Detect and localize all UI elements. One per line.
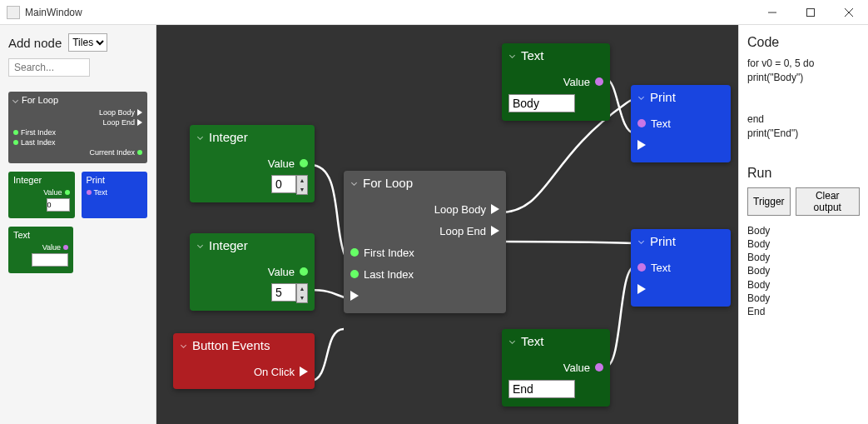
code-display: for v0 = 0, 5 do print("Body") end print… <box>747 57 860 141</box>
chevron-down-icon <box>638 238 644 244</box>
exec-out-port[interactable] <box>300 367 308 377</box>
chevron-down-icon <box>509 338 515 344</box>
output-port[interactable] <box>300 159 308 167</box>
spinner-down[interactable]: ▼ <box>297 185 307 194</box>
port-icon <box>87 190 92 195</box>
close-button[interactable] <box>830 0 868 25</box>
output-line: Body <box>747 264 860 277</box>
add-node-heading: Add node <box>8 36 62 50</box>
exec-in-port[interactable] <box>350 291 359 301</box>
chevron-down-icon <box>638 94 644 100</box>
input-port[interactable] <box>637 263 646 272</box>
exec-out-port[interactable] <box>491 226 499 236</box>
node-button-events[interactable]: Button Events On Click <box>173 333 315 389</box>
node-palette: For Loop Loop Body Loop End First Index … <box>8 92 147 416</box>
exec-out-port[interactable] <box>491 204 499 214</box>
palette-integer[interactable]: Integer Value <box>8 172 75 218</box>
output-port[interactable] <box>595 363 603 372</box>
node-text-end[interactable]: Text Value <box>502 329 610 407</box>
chevron-down-icon <box>197 242 203 248</box>
exec-in-port[interactable] <box>637 140 646 150</box>
text-preview-input[interactable] <box>32 253 68 267</box>
maximize-button[interactable] <box>791 0 830 25</box>
port-icon <box>137 119 142 126</box>
canvas[interactable]: Integer Value ▲▼ Integer Value ▲▼ Button… <box>156 25 738 424</box>
window-titlebar: MainWindow <box>0 0 868 25</box>
port-icon <box>65 190 70 195</box>
app-icon <box>7 6 20 19</box>
output-port[interactable] <box>595 77 603 86</box>
port-icon <box>13 130 18 135</box>
port-icon <box>63 245 68 250</box>
output-line: Body <box>747 292 860 305</box>
node-for-loop[interactable]: For Loop Loop Body Loop End First Index … <box>344 171 506 313</box>
output-line: End <box>747 305 860 318</box>
output-line: Body <box>747 251 860 264</box>
code-heading: Code <box>747 35 860 50</box>
spinner-down[interactable]: ▼ <box>297 293 307 302</box>
input-port[interactable] <box>637 119 646 127</box>
trigger-button[interactable]: Trigger <box>747 187 791 216</box>
port-icon <box>137 150 142 155</box>
run-heading: Run <box>747 166 860 181</box>
search-input[interactable] <box>8 58 90 77</box>
node-print-1[interactable]: Print Text <box>631 85 731 162</box>
chevron-down-icon <box>12 97 18 102</box>
node-integer-1[interactable]: Integer Value ▲▼ <box>190 125 315 202</box>
node-print-2[interactable]: Print Text <box>631 229 731 307</box>
view-mode-select[interactable]: Tiles <box>68 33 107 52</box>
text-body-value[interactable] <box>508 94 575 112</box>
spinner-up[interactable]: ▲ <box>297 176 307 185</box>
output-port[interactable] <box>300 267 308 276</box>
chevron-down-icon <box>351 180 357 186</box>
port-icon <box>137 109 142 116</box>
output-line: Body <box>747 224 860 237</box>
chevron-down-icon <box>197 134 203 140</box>
right-panel: Code for v0 = 0, 5 do print("Body") end … <box>738 25 868 424</box>
spinner-up[interactable]: ▲ <box>297 284 307 293</box>
palette-text[interactable]: Text Value <box>8 227 73 273</box>
palette-print[interactable]: Print Text <box>82 172 148 218</box>
integer-preview-input[interactable] <box>47 198 70 212</box>
output-line: Body <box>747 237 860 251</box>
chevron-down-icon <box>509 52 515 58</box>
chevron-down-icon <box>181 342 186 348</box>
input-port[interactable] <box>350 248 359 257</box>
palette-forloop[interactable]: For Loop Loop Body Loop End First Index … <box>8 92 147 163</box>
minimize-button[interactable] <box>753 0 791 25</box>
port-icon <box>13 140 18 145</box>
input-port[interactable] <box>350 270 359 278</box>
node-integer-2[interactable]: Integer Value ▲▼ <box>190 233 315 311</box>
clear-output-button[interactable]: Clear output <box>796 187 860 216</box>
text-end-value[interactable] <box>508 380 575 398</box>
node-text-body[interactable]: Text Value <box>502 43 610 121</box>
integer-1-value[interactable] <box>271 175 296 193</box>
output-log: Body Body Body Body Body Body End <box>747 224 860 318</box>
integer-2-value[interactable] <box>271 283 296 302</box>
window-title: MainWindow <box>25 7 753 18</box>
svg-rect-1 <box>807 8 815 16</box>
output-line: Body <box>747 278 860 292</box>
exec-in-port[interactable] <box>637 284 646 294</box>
sidebar: Add node Tiles For Loop Loop Body Loop E… <box>0 25 156 424</box>
